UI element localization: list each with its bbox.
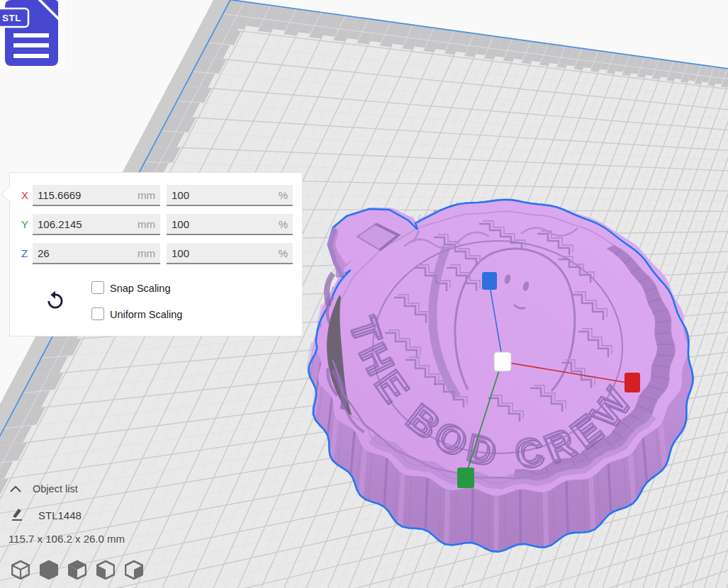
svg-text:STL: STL [2, 13, 21, 23]
